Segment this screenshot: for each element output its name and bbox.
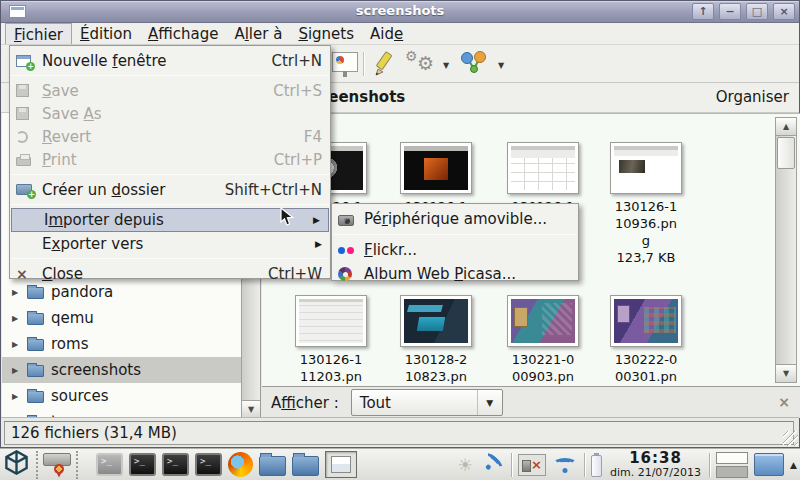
submenu-item-picasa[interactable]: Album Web Picasa... (332, 262, 578, 286)
file-caption: 130126-1 10936.pn g 123,7 KB (601, 198, 691, 266)
firmware-package-icon[interactable] (36, 451, 78, 479)
file-caption: 130222-0 00301.pn (601, 351, 691, 385)
expander-icon[interactable]: ▶ (12, 366, 20, 375)
expander-icon[interactable]: ▶ (12, 340, 20, 349)
menu-item-revert[interactable]: Revert F4 (10, 125, 330, 148)
pencil-icon (372, 50, 400, 78)
tray-separator (709, 453, 710, 477)
file-item[interactable]: 130126-1 11203.pn (295, 295, 367, 385)
expander-icon[interactable]: ▶ (12, 288, 20, 297)
menu-fichier[interactable]: Fichier (5, 23, 72, 44)
network-disconnected-icon[interactable]: × (518, 454, 546, 476)
file-item[interactable]: 130221-0 00903.pn (507, 295, 579, 385)
folder-icon (27, 365, 44, 377)
scroll-up-icon[interactable]: ▲ (776, 118, 796, 136)
sidebar-item-screenshots[interactable]: ▶ screenshots (2, 357, 241, 383)
sidebar-item-sources[interactable]: ▶ sources (2, 383, 241, 409)
file-caption: 130128-2 10823.pn (391, 351, 481, 385)
picasa-icon (338, 267, 364, 281)
shade-button[interactable]: ↑ (692, 3, 714, 20)
titlebar: screenshots ↑ − □ × (1, 1, 799, 23)
pandora-menu-button[interactable] (3, 449, 30, 480)
scrollbar-thumb[interactable] (777, 137, 795, 169)
menu-item-print[interactable]: Print Ctrl+P (10, 148, 330, 171)
save-as-icon (16, 107, 42, 120)
slideshow-button[interactable] (332, 52, 358, 72)
expander-icon[interactable]: ▶ (12, 314, 20, 323)
maximize-button[interactable]: □ (746, 3, 768, 20)
file-caption: 130221-0 00903.pn (498, 351, 588, 385)
clock[interactable]: 16:38 dim. 21/07/2013 (610, 451, 701, 478)
close-button[interactable]: × (773, 3, 795, 20)
show-desktop-icon[interactable] (754, 453, 784, 476)
active-window-task[interactable] (325, 451, 357, 478)
resize-grip[interactable] (783, 431, 798, 446)
thumbnail-image (511, 299, 575, 343)
menu-edition[interactable]: Édition (72, 23, 140, 44)
filter-dropdown[interactable]: Tout ▼ (351, 389, 503, 416)
file-item[interactable]: 130222-0 00301.pn (610, 295, 682, 385)
chevron-down-icon[interactable]: ▼ (478, 398, 502, 408)
tools-dropdown-arrow[interactable]: ▼ (443, 61, 449, 70)
thumbnail-frame (507, 142, 579, 194)
menu-item-creer-dossier[interactable]: + Créer un dossier Shift+Ctrl+N (10, 178, 330, 201)
sidebar-item-qemu[interactable]: ▶ qemu (2, 305, 241, 331)
sidebar-item-roms[interactable]: ▶ roms (2, 331, 241, 357)
tools-gears-button[interactable]: ⚙ ⚙ (405, 50, 441, 78)
thumbnail-image (404, 299, 468, 343)
filter-close-icon[interactable]: × (778, 394, 790, 410)
menu-item-exporter-vers[interactable]: Exporter vers ▶ (10, 232, 330, 255)
thumbnail-image (404, 146, 468, 190)
taskbar-terminal-3[interactable]: >_ (162, 453, 189, 476)
menu-separator (11, 75, 329, 76)
expander-icon[interactable]: ▶ (12, 392, 20, 401)
submenu-item-peripherique-amovible[interactable]: Périphérique amovible... (332, 207, 578, 231)
menu-signets[interactable]: Signets (290, 23, 362, 44)
taskbar-terminal-1[interactable]: >_ (96, 453, 123, 476)
thumbnail-image (614, 299, 678, 343)
close-icon: × (16, 267, 42, 281)
battery-icon[interactable] (591, 455, 602, 477)
organize-button[interactable]: Organiser (716, 88, 789, 106)
edit-pencil-button[interactable] (372, 50, 400, 78)
taskbar-folder-2[interactable] (292, 456, 319, 476)
folder-icon (27, 339, 44, 351)
sidebar-item-label: roms (51, 335, 88, 353)
flickr-icon (338, 247, 364, 254)
thumbnail-frame (610, 142, 682, 194)
sidebar-item-label: sources (51, 387, 109, 405)
taskbar-folder-1[interactable] (259, 456, 286, 476)
folder-icon (27, 313, 44, 325)
sidebar-item-label: screenshots (51, 361, 141, 379)
grid-scrollbar[interactable]: ▲ ▼ (775, 117, 797, 383)
taskbar-terminal-4[interactable]: >_ (195, 453, 222, 476)
sidebar-item-label: pandora (51, 283, 113, 301)
toolbar-separator (363, 52, 364, 76)
menu-item-close[interactable]: × Close Ctrl+W (10, 262, 330, 285)
scroll-down-icon[interactable]: ▼ (776, 364, 796, 382)
signal-waves-icon[interactable] (475, 446, 509, 480)
brightness-icon[interactable]: ☀ (458, 455, 473, 475)
menu-item-nouvelle-fenetre[interactable]: + Nouvelle fenêtre Ctrl+N (10, 49, 330, 72)
minimize-button[interactable]: − (719, 3, 741, 20)
scroll-down-icon[interactable]: ▼ (242, 400, 260, 418)
submenu-item-flickr[interactable]: Flickr... (332, 238, 578, 262)
menu-item-save[interactable]: Save Ctrl+S (10, 79, 330, 102)
share-graph-button[interactable] (459, 50, 493, 78)
menu-affichage[interactable]: Affichage (140, 23, 226, 44)
filter-bar: Afficher : Tout ▼ × (262, 386, 800, 418)
menu-aide[interactable]: Aide (362, 23, 411, 44)
workspace-pager[interactable] (716, 452, 748, 478)
firefox-icon[interactable] (228, 452, 253, 477)
share-dropdown-arrow[interactable]: ▼ (498, 61, 504, 70)
tray-expand-icon[interactable]: ▲ (790, 460, 797, 470)
file-manager-window: screenshots ↑ − □ × Fichier Édition Affi… (0, 0, 800, 448)
gear-icon: ⚙ (417, 52, 434, 74)
taskbar-terminal-2[interactable]: >_ (129, 453, 156, 476)
menu-separator (333, 234, 577, 235)
menu-item-save-as[interactable]: Save As (10, 102, 330, 125)
menu-aller-a[interactable]: Aller à (226, 23, 290, 44)
file-item[interactable]: 130128-2 10823.pn (400, 295, 472, 385)
file-item[interactable]: 130126-1 10936.pn g 123,7 KB (610, 142, 682, 266)
wifi-icon[interactable] (552, 454, 578, 476)
